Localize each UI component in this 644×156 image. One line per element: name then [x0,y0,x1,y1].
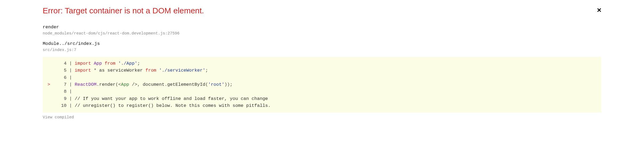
code-token: App [94,61,102,66]
line-number: 5 | [51,67,75,74]
line-number: 9 | [51,95,75,102]
code-token: ( [116,82,118,87]
stack-frame-render: render node_modules/react-dom/cjs/react-… [43,24,601,37]
code-line: 8 | [47,88,597,95]
error-caret [47,74,51,81]
line-number: 7 | [51,81,75,88]
code-token: serviceWorker [107,68,143,73]
error-title: Error: Target container is not a DOM ele… [43,5,204,16]
code-token: './serviceWorker' [159,68,205,73]
code-line: 6 | [47,74,597,81]
code-line: 10 | // unregister() to register() below… [47,102,597,109]
error-caret: > [47,81,51,88]
code-token [116,61,118,66]
error-caret [47,88,51,95]
stack-frame-module: Module../src/index.js src/index.js:7 [43,40,601,53]
code-token [143,68,145,73]
code-token: ( [205,82,208,87]
code-token [91,68,94,73]
code-token: )); [224,82,233,87]
line-number: 6 | [51,74,75,81]
error-caret [47,67,51,74]
error-caret [47,95,51,102]
code-token [156,68,159,73]
code-token [129,82,132,87]
header-row: Error: Target container is not a DOM ele… [43,5,601,16]
code-token: , [137,82,143,87]
view-compiled-link[interactable]: View compiled [43,115,601,120]
code-token [102,61,105,66]
code-line: 5 | import * as serviceWorker from './se… [47,67,597,74]
code-line: 4 | import App from './App'; [47,60,597,67]
stack-frame-title: render [43,24,601,31]
code-token: import [75,61,91,66]
code-token: . [165,82,167,87]
code-token: // If you want your app to work offline … [75,96,268,101]
stack-frame-location: node_modules/react-dom/cjs/react-dom.dev… [43,31,601,37]
code-line: 9 | // If you want your app to work offl… [47,95,597,102]
source-code-block: 4 | import App from './App'; 5 | import … [43,57,601,112]
code-line: >7 | ReactDOM.render(<App />, document.g… [47,81,597,88]
code-token: from [105,61,116,66]
code-token: as [99,68,105,73]
line-number: 10 | [51,102,75,109]
code-token: < [118,82,121,87]
code-token: './App' [118,61,137,66]
code-token: getElementById [167,82,205,87]
code-token: ; [205,68,208,73]
code-token: * [94,68,96,73]
error-caret [47,60,51,67]
code-token: from [145,68,156,73]
code-token [97,68,99,73]
code-token: render [99,82,116,87]
stack-frame-location: src/index.js:7 [43,47,601,53]
code-token [91,61,94,66]
code-token: . [97,82,99,87]
code-token: ; [137,61,140,66]
code-token: 'root' [208,82,224,87]
line-number: 4 | [51,60,75,67]
code-token: /> [132,82,137,87]
error-overlay: Error: Target container is not a DOM ele… [0,5,644,120]
code-token: // unregister() to register() below. Not… [75,103,271,108]
code-token: ReactDOM [75,82,97,87]
code-token: App [121,82,129,87]
close-icon[interactable]: × [595,5,603,15]
code-token [105,68,107,73]
line-number: 8 | [51,88,75,95]
stack-frame-title: Module../src/index.js [43,40,601,47]
code-token: import [75,68,91,73]
code-token: document [143,82,165,87]
error-caret [47,102,51,109]
